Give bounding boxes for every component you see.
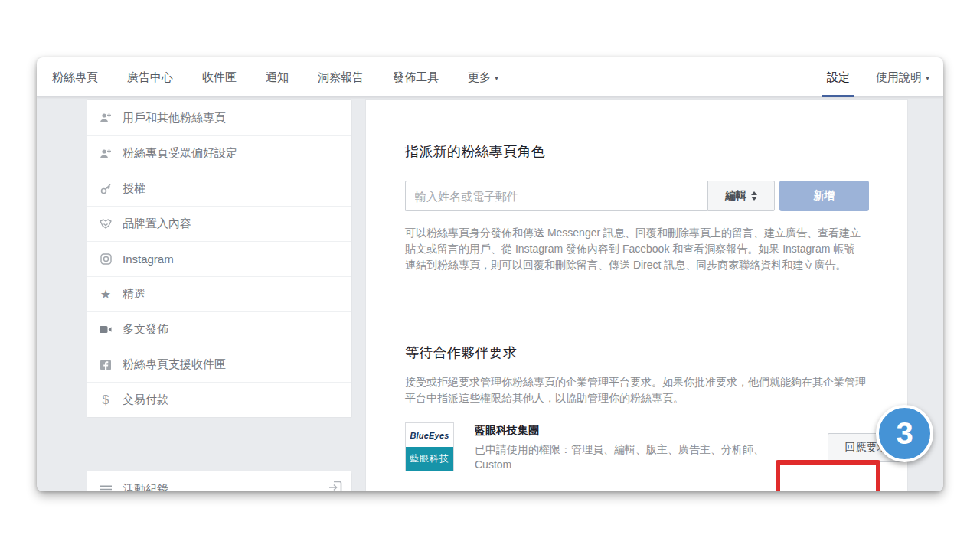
partner-info: 藍眼科技集團 已申請使用的權限：管理員、編輯、版主、廣告主、分析師、Custom — [475, 424, 781, 472]
top-nav-left: 粉絲專頁 廣告中心 收件匣 通知 洞察報告 發佈工具 更多 ▾ — [52, 57, 498, 97]
sidebar-item-label: 用戶和其他粉絲專頁 — [122, 111, 226, 126]
key-icon — [98, 183, 113, 194]
sidebar-item-label: 授權 — [122, 181, 145, 196]
sidebar-item-instagram[interactable]: Instagram — [87, 241, 351, 276]
sidebar-item-label: 品牌置入內容 — [122, 217, 191, 231]
partner-requests-description: 接受或拒絕要求管理你粉絲專頁的企業管理平台要求。如果你批准要求，他們就能夠在其企… — [405, 374, 867, 406]
partner-permissions: 已申請使用的權限：管理員、編輯、版主、廣告主、分析師、Custom — [475, 442, 781, 472]
facebook-settings-window: 粉絲專頁 廣告中心 收件匣 通知 洞察報告 發佈工具 更多 ▾ 設定 使用說明 — [37, 57, 943, 491]
sort-arrows-icon — [751, 191, 757, 201]
sidebar-item-label: 交易付款 — [122, 393, 168, 407]
sidebar-item-label: 活動紀錄 — [122, 482, 168, 492]
handshake-icon — [98, 219, 113, 229]
role-dropdown[interactable]: 編輯 — [707, 181, 775, 211]
nav-item-insights[interactable]: 洞察報告 — [318, 57, 364, 97]
partner-requests-title: 等待合作夥伴要求 — [405, 344, 517, 362]
role-dropdown-value: 編輯 — [725, 189, 746, 203]
assign-roles-description: 可以粉絲專頁身分發佈和傳送 Messenger 訊息、回覆和刪除專頁上的留言、建… — [405, 225, 863, 273]
dollar-icon: $ — [98, 393, 113, 407]
nav-item-more[interactable]: 更多 ▾ — [468, 57, 498, 97]
top-nav: 粉絲專頁 廣告中心 收件匣 通知 洞察報告 發佈工具 更多 ▾ 設定 使用說明 — [37, 57, 943, 97]
nav-item-help[interactable]: 使用說明 ▾ — [876, 57, 929, 97]
chevron-down-icon: ▾ — [495, 73, 498, 82]
annotation-highlight-box — [776, 460, 880, 491]
partner-logo-wordmark: BlueEyes — [406, 423, 453, 447]
sidebar-item-payments[interactable]: $ 交易付款 — [87, 382, 351, 417]
partner-logo-caption: 藍眼科技 — [406, 447, 453, 471]
nav-more-label: 更多 — [468, 70, 491, 85]
page-roles-panel: 指派新的粉絲專頁角色 編輯 新增 可以粉絲專頁身分發佈和傳送 Messenger… — [365, 99, 908, 491]
sidebar-item-featured[interactable]: ★ 精選 — [87, 276, 351, 311]
assign-role-row: 編輯 新增 — [405, 181, 869, 211]
annotation-step-number: 3 — [896, 416, 913, 451]
sidebar-item-audience-preferences[interactable]: 粉絲專頁受眾偏好設定 — [87, 135, 351, 171]
role-search-input[interactable] — [405, 181, 707, 211]
nav-item-ad-center[interactable]: 廣告中心 — [127, 57, 173, 97]
open-in-icon — [328, 481, 342, 491]
instagram-icon — [98, 253, 113, 265]
sidebar-item-page-roles[interactable]: 用戶和其他粉絲專頁 — [87, 100, 351, 135]
sidebar-item-label: 精選 — [122, 287, 145, 302]
video-camera-icon — [98, 325, 113, 334]
nav-help-label: 使用說明 — [876, 70, 922, 85]
sidebar-item-branded-content[interactable]: 品牌置入內容 — [87, 206, 351, 241]
sidebar-item-activity-log[interactable]: 活動紀錄 — [87, 471, 351, 491]
nav-item-notifications[interactable]: 通知 — [266, 57, 289, 97]
partner-logo: BlueEyes 藍眼科技 — [405, 422, 454, 471]
page: 粉絲專頁 廣告中心 收件匣 通知 洞察報告 發佈工具 更多 ▾ 設定 使用說明 — [0, 0, 980, 551]
top-nav-right: 設定 使用說明 ▾ — [827, 57, 929, 97]
sidebar-item-label: Instagram — [122, 253, 174, 266]
annotation-step-badge: 3 — [876, 405, 933, 462]
settings-active-indicator — [822, 95, 854, 97]
star-icon: ★ — [98, 287, 113, 302]
sidebar-item-crossposting[interactable]: 多文發佈 — [87, 311, 351, 347]
nav-settings-label: 設定 — [827, 70, 850, 85]
facebook-icon — [98, 360, 113, 370]
partner-name: 藍眼科技集團 — [475, 424, 781, 438]
nav-item-settings[interactable]: 設定 — [827, 57, 850, 97]
sidebar-item-label: 粉絲專頁支援收件匣 — [122, 357, 226, 372]
chevron-down-icon: ▾ — [926, 73, 929, 82]
settings-sidebar: 用戶和其他粉絲專頁 粉絲專頁受眾偏好設定 授權 — [87, 99, 352, 418]
nav-item-inbox[interactable]: 收件匣 — [202, 57, 237, 97]
person-add-icon — [98, 148, 113, 159]
person-add-icon — [98, 112, 113, 123]
list-icon — [98, 485, 113, 492]
nav-item-publishing-tools[interactable]: 發佈工具 — [393, 57, 439, 97]
activity-log-card: 活動紀錄 — [87, 471, 352, 491]
nav-item-page[interactable]: 粉絲專頁 — [52, 57, 98, 97]
sidebar-item-authorizations[interactable]: 授權 — [87, 171, 351, 206]
sidebar-item-label: 多文發佈 — [122, 322, 168, 337]
assign-roles-title: 指派新的粉絲專頁角色 — [405, 142, 545, 161]
sidebar-item-label: 粉絲專頁受眾偏好設定 — [122, 146, 237, 161]
sidebar-item-page-support-inbox[interactable]: 粉絲專頁支援收件匣 — [87, 347, 351, 382]
settings-content: 用戶和其他粉絲專頁 粉絲專頁受眾偏好設定 授權 — [37, 97, 943, 491]
add-button[interactable]: 新增 — [779, 181, 869, 211]
